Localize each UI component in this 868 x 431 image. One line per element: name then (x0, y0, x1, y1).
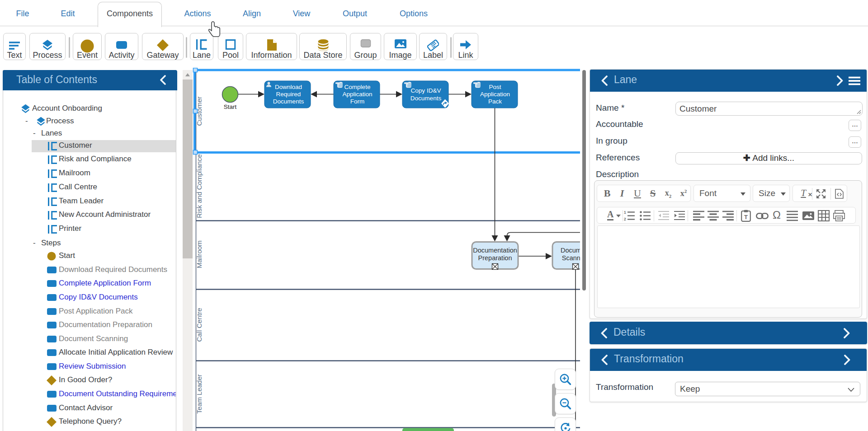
svg-text:Post: Post (489, 84, 501, 90)
svg-text:Team Leader: Team Leader (195, 374, 203, 414)
svg-text:Form: Form (350, 98, 365, 105)
svg-text:T: T (744, 214, 748, 220)
svg-text:Scanning: Scanning (562, 254, 580, 262)
svg-text:1: 1 (624, 211, 626, 215)
svg-text:Documentation: Documentation (473, 247, 517, 254)
svg-text:Required: Required (276, 91, 301, 98)
svg-text:Document: Document (561, 247, 580, 254)
svg-text:Application: Application (480, 91, 510, 98)
svg-text:Preparation: Preparation (478, 254, 512, 262)
svg-text:Download: Download (275, 84, 302, 90)
svg-text:Pack: Pack (488, 98, 502, 105)
svg-text:Mailroom: Mailroom (195, 240, 203, 268)
svg-text:Complete: Complete (344, 84, 371, 90)
svg-text:Call Centre: Call Centre (195, 308, 203, 342)
svg-text:Start: Start (224, 103, 237, 110)
svg-text:Application: Application (342, 91, 372, 98)
svg-text:Risk and Compliance: Risk and Compliance (195, 154, 203, 218)
svg-text:Documents: Documents (273, 98, 304, 105)
svg-text:Copy ID&V: Copy ID&V (411, 87, 441, 94)
svg-text:2: 2 (624, 217, 626, 221)
svg-text:Documents: Documents (410, 95, 442, 102)
